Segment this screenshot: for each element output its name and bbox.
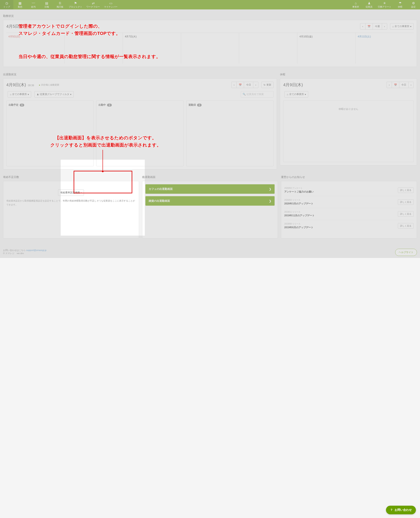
nav-attendance[interactable]: ▦勤怠: [13, 0, 27, 9]
nav-left: ◷トップ ▦勤怠 〰給与 ▤日報 ⎘掲示板 ⚑プロジェクト ⇄ワークフロー ▭マ…: [0, 0, 120, 9]
day-cell[interactable]: [181, 33, 239, 64]
vacation-empty-box: 休暇がありません: [283, 100, 414, 162]
flag-icon: ⚑: [74, 1, 77, 5]
week-nav: ‹ 📅 今週 ›: [360, 23, 387, 30]
punch-screen-card: カフェの出退勤画面❯ 雑貨の出退勤画面❯: [142, 181, 278, 238]
day-cell[interactable]: 4月7日(火): [123, 33, 181, 64]
search-icon: 🔍: [243, 93, 246, 96]
paid-leave-settings-button[interactable]: 有給基本設定画面 ›: [58, 190, 84, 196]
work-status-title: 勤務状況: [3, 14, 417, 18]
chevron-left-icon: ‹: [362, 25, 363, 28]
work-status-date: 4月5日(日): [6, 24, 26, 29]
day-cell[interactable]: 4月5日(日): [6, 33, 65, 64]
vac-today-button[interactable]: 今日: [399, 82, 409, 88]
news-item: 2019/11 リリース2019年11月のアップデート詳しく見る: [284, 208, 414, 220]
vacation-date: 4月9日(木): [283, 82, 303, 88]
day-cell[interactable]: 4月11日(土): [356, 33, 414, 64]
attendance-date: 4月9日(木) 09:38: [6, 82, 34, 88]
day-cell[interactable]: 4月10日(金): [297, 33, 356, 64]
day-nav: ‹ 📅 今日 ›: [231, 82, 258, 88]
paid-leave-title: 有給不足日数: [3, 175, 139, 179]
grid-icon: ▦: [18, 1, 22, 5]
punch-cafe-button[interactable]: カフェの出退勤画面❯: [145, 184, 275, 194]
nav-board[interactable]: ⎘掲示板: [53, 0, 67, 9]
nav-office[interactable]: ⌂事業所: [349, 0, 362, 9]
news-detail-button[interactable]: 詳しく見る: [398, 223, 414, 229]
today-button[interactable]: 今日: [244, 82, 253, 88]
news-title: 運営からのお知らせ: [281, 175, 417, 179]
news-detail-button[interactable]: 詳しく見る: [398, 199, 414, 205]
clocked-out-col: 退勤済0: [186, 100, 274, 166]
news-detail-button[interactable]: 詳しく見る: [398, 187, 414, 193]
week-next-button[interactable]: ›: [382, 23, 387, 30]
calendar-button[interactable]: 📅: [236, 82, 244, 88]
footer: お問い合わせはこちら support@smaregi.jp ヘルプサイト © ス…: [0, 246, 420, 258]
day-cell[interactable]: [239, 33, 297, 64]
caret-down-icon: ▾: [28, 93, 29, 96]
doc-icon: ▤: [45, 1, 48, 5]
chart-icon: 〰: [32, 1, 35, 5]
nav-settings[interactable]: ⚙設定: [407, 0, 420, 9]
day-prev-button[interactable]: ‹: [231, 82, 237, 88]
nav-daily[interactable]: ▤日報: [40, 0, 53, 9]
chevron-right-icon: ›: [81, 191, 82, 194]
week-prev-button[interactable]: ‹: [360, 23, 366, 30]
clock-icon: ◷: [5, 1, 8, 5]
help-site-button[interactable]: ヘルプサイト: [395, 249, 417, 256]
calendar-button[interactable]: 📅: [392, 82, 399, 88]
nav-vacation[interactable]: ☂休暇: [393, 0, 407, 9]
person-icon: ♟: [368, 1, 371, 5]
attendance-card: 4月9日(木) 09:38 ●15分毎に自動更新 ‹ 📅 今日 › ↻更新 ⌂全…: [3, 78, 277, 169]
chevron-right-icon: ❯: [269, 188, 271, 191]
nav-right: ⌂事業所 ♟従業員 ☀労務アラート ☂休暇 ⚙設定: [349, 0, 420, 9]
punch-zakka-button[interactable]: 雑貨の出退勤画面❯: [145, 196, 275, 206]
group-filter-button[interactable]: ♟従業員グループでフィルタ▾: [34, 91, 74, 98]
vac-prev-button[interactable]: ‹: [387, 82, 392, 88]
nav-top[interactable]: ◷トップ: [0, 0, 13, 9]
vac-next-button[interactable]: ›: [408, 82, 414, 88]
card-icon: ▭: [109, 1, 112, 5]
person-icon: ♟: [37, 93, 39, 96]
umbrella-icon: ☂: [399, 1, 402, 5]
refresh-dot-icon: ●: [39, 84, 40, 86]
day-next-button[interactable]: ›: [253, 82, 258, 88]
days-row: 4月5日(日) 4月7日(火) 4月10日(金) 4月11日(土): [6, 33, 414, 64]
alert-icon: ☀: [383, 1, 386, 5]
copyright: © スマレジ ver.dev: [3, 252, 417, 255]
chevron-right-icon: ❯: [269, 199, 271, 203]
refresh-icon: ↻: [263, 84, 266, 86]
news-card: 2020/03 アンケートアンケートご協力のお願い詳しく見る 2020/03 リ…: [281, 181, 417, 238]
nav-workflow[interactable]: ⇄ワークフロー: [84, 0, 102, 9]
main-header: ◷トップ ▦勤怠 〰給与 ▤日報 ⎘掲示板 ⚑プロジェクト ⇄ワークフロー ▭マ…: [0, 0, 420, 9]
nav-alert[interactable]: ☀労務アラート: [376, 0, 393, 9]
nav-salary[interactable]: 〰給与: [27, 0, 40, 9]
nav-mynumber[interactable]: ▭マイナンバー: [102, 0, 120, 9]
home-icon: ⌂: [392, 25, 394, 28]
office-filter-button[interactable]: ⌂全ての事業所▾: [390, 23, 414, 30]
attendance-title: 出退勤状況: [3, 73, 277, 76]
this-week-button[interactable]: 今週: [373, 23, 382, 30]
office-filter-button[interactable]: ⌂全ての事業所▾: [8, 91, 31, 98]
vac-office-filter[interactable]: ⌂全ての事業所▾: [285, 91, 308, 98]
support-email-link[interactable]: support@smaregi.jp: [26, 249, 46, 251]
working-col: 出勤中0: [96, 100, 184, 166]
news-detail-button[interactable]: 詳しく見る: [398, 211, 414, 217]
nav-project[interactable]: ⚑プロジェクト: [67, 0, 84, 9]
employee-search-input[interactable]: 🔍 従業員名で検索: [241, 91, 274, 98]
caret-down-icon: ▾: [305, 93, 306, 96]
calendar-button[interactable]: 📅: [365, 23, 373, 30]
home-icon: ⌂: [355, 1, 357, 5]
news-item: 2019/08 リリース2019年8月のアップデート詳しく見る: [284, 220, 414, 232]
paid-leave-card: 有給基本設定画面 › 有給基本設定から取得義務監視設定を設定することで、年間の有…: [3, 181, 139, 238]
caret-down-icon: ▾: [70, 93, 71, 96]
auto-refresh-label: ●15分毎に自動更新: [39, 83, 59, 86]
nav-employee[interactable]: ♟従業員: [362, 0, 376, 9]
box-icon: ⎘: [59, 1, 61, 5]
paid-leave-info: 有給基本設定から取得義務監視設定を設定することで、年間の有給休暇取得日数が不足し…: [6, 199, 136, 206]
refresh-button[interactable]: ↻更新: [261, 82, 274, 88]
flow-icon: ⇄: [92, 1, 95, 5]
gear-icon: ⚙: [412, 1, 415, 5]
scheduled-col: 出勤予定0: [6, 100, 94, 166]
day-cell[interactable]: [65, 33, 123, 64]
calendar-icon: 📅: [368, 25, 371, 28]
